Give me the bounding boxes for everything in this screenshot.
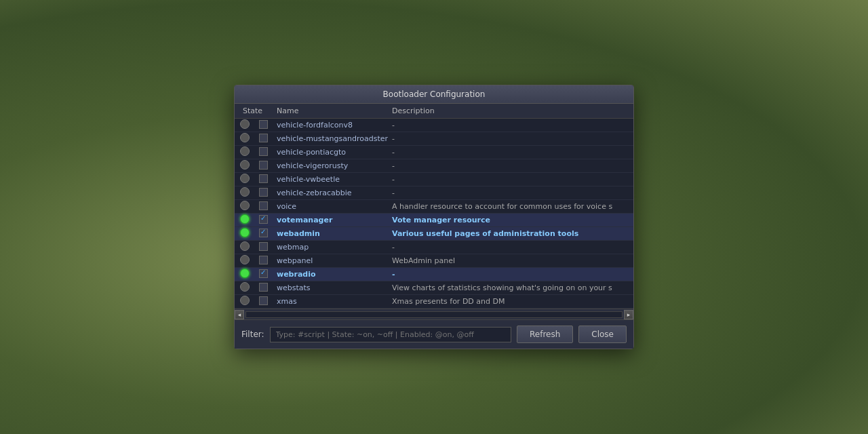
table-row[interactable]: webradio- [235,268,633,281]
row-checkbox[interactable] [259,242,274,253]
row-checkbox[interactable] [259,161,274,172]
row-checkbox[interactable] [259,134,274,144]
refresh-button[interactable]: Refresh [517,326,573,343]
scroll-left-arrow[interactable]: ◂ [235,310,244,319]
row-description: - [389,243,628,252]
state-dot [240,201,250,210]
state-indicator [240,296,259,307]
row-description: - [389,148,628,157]
row-checkbox[interactable] [259,188,274,199]
checkbox-box[interactable] [259,296,268,305]
filter-input[interactable] [270,327,511,342]
state-dot [240,160,250,170]
checkbox-box[interactable] [259,256,268,264]
table-row[interactable]: votemanagerVote manager resource [235,214,633,227]
table-row[interactable]: vehicle-fordfalconv8- [235,119,633,132]
bootloader-config-dialog: Bootloader Configuration State Name Desc… [234,85,634,349]
row-name: vehicle-vigerorusty [274,161,389,170]
state-dot [240,255,250,264]
table-row[interactable]: vehicle-vigerorusty- [235,159,633,173]
row-checkbox[interactable] [259,215,274,226]
row-name: vehicle-vwbeetle [274,175,389,184]
row-checkbox[interactable] [259,201,274,212]
row-name: voice [274,202,389,211]
row-description: A handler resource to account for common… [389,202,628,211]
state-indicator [240,160,259,172]
checkbox-box[interactable] [259,269,268,278]
table-row[interactable]: vehicle-vwbeetle- [235,173,633,186]
row-name: webstats [274,283,389,292]
row-name: webadmin [274,229,389,238]
close-button[interactable]: Close [578,326,627,343]
row-description: View charts of statistics showing what's… [389,283,628,292]
checkbox-box[interactable] [259,201,268,210]
state-dot [240,174,250,183]
row-name: xmas [274,297,389,306]
row-name: vehicle-pontiacgto [274,148,389,157]
state-indicator [240,255,259,267]
row-description: Various useful pages of administration t… [389,229,628,238]
state-indicator [240,201,259,212]
checkbox-box[interactable] [259,147,268,156]
table-row[interactable]: webadminVarious useful pages of administ… [235,227,633,241]
row-name: vehicle-zebracabbie [274,189,389,197]
row-name: webmap [274,243,389,252]
state-dot [240,241,250,251]
row-checkbox[interactable] [259,229,274,239]
row-checkbox[interactable] [259,174,274,185]
dialog-title: Bootloader Configuration [235,85,633,104]
table-row[interactable]: vehicle-mustangsandroadster- [235,132,633,146]
row-description: Xmas presents for DD and DM [389,297,628,306]
table-scroll[interactable]: vehicle-fordfalconv8-vehicle-mustangsand… [235,119,633,309]
table-row[interactable]: vehicle-pontiacgto- [235,146,633,159]
table-row[interactable]: webmap- [235,241,633,254]
row-checkbox[interactable] [259,120,274,131]
checkbox-box[interactable] [259,283,268,292]
state-indicator [240,269,259,280]
header-description: Description [389,105,628,117]
state-indicator [240,187,259,199]
table-row[interactable]: vehicle-zebracabbie- [235,186,633,200]
state-dot [240,146,250,156]
header-name: Name [274,105,389,117]
state-dot [240,296,250,305]
checkbox-box[interactable] [259,161,268,170]
header-state: State [240,105,259,117]
checkbox-box[interactable] [259,174,268,183]
table-row[interactable]: webpanelWebAdmin panel [235,254,633,268]
row-description: - [389,189,628,197]
checkbox-box[interactable] [259,215,268,224]
state-dot [240,269,250,278]
table-row[interactable]: xmasXmas presents for DD and DM [235,295,633,309]
state-dot [240,228,250,237]
checkbox-box[interactable] [259,188,268,197]
row-checkbox[interactable] [259,147,274,158]
table-row[interactable]: webstatsView charts of statistics showin… [235,281,633,295]
header-checkbox [259,105,274,117]
row-description: - [389,121,628,130]
row-description: - [389,134,628,143]
checkbox-box[interactable] [259,229,268,237]
row-checkbox[interactable] [259,296,274,307]
row-description: - [389,161,628,170]
checkbox-box[interactable] [259,120,268,129]
checkbox-box[interactable] [259,242,268,251]
checkbox-box[interactable] [259,134,268,142]
row-description: WebAdmin panel [389,256,628,265]
row-description: - [389,270,628,279]
state-dot [240,133,250,142]
table-row[interactable]: voiceA handler resource to account for c… [235,200,633,214]
row-name: vehicle-fordfalconv8 [274,121,389,130]
row-checkbox[interactable] [259,283,274,294]
filter-label: Filter: [241,330,264,339]
state-indicator [240,119,259,131]
h-scroll-track[interactable] [245,311,623,318]
state-indicator [240,133,259,144]
row-checkbox[interactable] [259,269,274,280]
filter-row: Filter: Refresh Close [235,319,633,349]
table-header: State Name Description [235,104,633,119]
row-checkbox[interactable] [259,256,274,267]
scroll-right-arrow[interactable]: ▸ [624,310,633,319]
state-dot [240,119,250,129]
state-dot [240,214,250,224]
